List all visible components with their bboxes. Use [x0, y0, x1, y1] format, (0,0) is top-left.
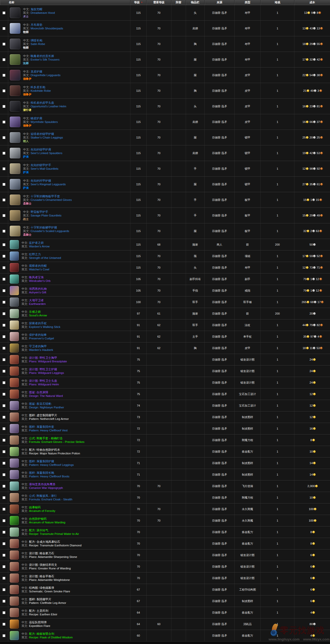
row-checkbox[interactable] — [3, 473, 5, 476]
shoulders-icon[interactable] — [9, 116, 21, 128]
row-checkbox[interactable] — [3, 611, 5, 614]
row-checkbox[interactable] — [3, 634, 5, 637]
row-checkbox[interactable] — [3, 439, 5, 442]
pants-icon[interactable] — [9, 54, 21, 65]
arcanum-icon[interactable] — [9, 516, 19, 525]
scroll-icon[interactable] — [9, 596, 19, 606]
header-required-level[interactable]: 需要等级 — [147, 0, 171, 5]
item-name-en[interactable]: Wyrmhide Spaulders — [30, 120, 58, 123]
row-checkbox[interactable] — [3, 121, 5, 123]
row-checkbox[interactable] — [3, 243, 5, 246]
item-name-cn[interactable]: 追猎者的链甲护腿 — [30, 132, 54, 135]
item-name-cn[interactable]: 配方: 土灵药剂 — [29, 609, 48, 612]
scroll-icon[interactable] — [9, 573, 19, 583]
gloves-icon[interactable] — [9, 210, 21, 221]
item-name-cn[interactable]: 配方: 源水转气 — [29, 529, 48, 532]
item-name-cn[interactable]: 绸缎长袍 — [30, 39, 42, 42]
mace-icon[interactable] — [9, 297, 19, 307]
item-name-en[interactable]: Explorer's Walking Stick — [29, 325, 60, 328]
item-name-en[interactable]: Plans: Greater Rune of Warding — [29, 567, 71, 570]
scroll-icon[interactable] — [9, 493, 19, 502]
item-name-en[interactable]: Design: The Natural Ward — [29, 394, 63, 397]
row-checkbox[interactable] — [3, 554, 5, 557]
item-name-cn[interactable]: 结构图: 绿色烟幕弹 — [29, 586, 54, 589]
item-name-en[interactable]: Recipe: Transmute Primal Water to Air — [29, 532, 79, 535]
helm-icon[interactable] — [9, 101, 21, 112]
item-name-cn[interactable]: 保护者的短棒 — [29, 333, 47, 336]
row-checkbox[interactable] — [3, 531, 5, 534]
item-name-en[interactable]: Design: Nightseye Panther — [29, 406, 64, 409]
row-checkbox[interactable] — [3, 230, 5, 233]
item-name-en[interactable]: Expedition Flare — [29, 624, 50, 627]
header-stack[interactable]: 堆栈 — [261, 0, 294, 5]
item-name-cn[interactable]: 科多皮长袍 — [30, 86, 45, 89]
row-checkbox[interactable] — [3, 462, 5, 465]
vest-icon[interactable] — [9, 343, 19, 353]
arcanum-icon[interactable] — [9, 504, 19, 514]
item-name-cn[interactable]: 图样: 厚重裂蹄外套 — [29, 425, 54, 428]
row-checkbox[interactable] — [3, 577, 5, 580]
scroll-icon[interactable] — [9, 608, 19, 617]
item-name-cn[interactable]: 图样: 裂蹄腿甲片 — [29, 598, 51, 601]
scroll-icon[interactable] — [9, 424, 19, 433]
row-checkbox[interactable] — [3, 588, 5, 591]
item-name-en[interactable]: Plans: Adamantite Weightstone — [29, 578, 70, 581]
item-name-en[interactable]: Ashyen's Gift — [29, 291, 46, 294]
item-name-cn[interactable]: 图鉴: 夜目石猎豹 — [29, 402, 51, 405]
orb-icon[interactable] — [9, 274, 19, 284]
flare-icon[interactable] — [9, 619, 19, 629]
robe-icon[interactable] — [9, 85, 21, 96]
row-checkbox[interactable] — [3, 167, 5, 170]
row-checkbox[interactable] — [3, 393, 5, 396]
item-name-en[interactable]: Mooncloth Shoulderpads — [30, 27, 63, 30]
item-name-cn[interactable]: 图鉴: 自然屏障 — [29, 391, 48, 394]
scroll-icon[interactable] — [9, 562, 19, 571]
gloves-icon[interactable] — [9, 163, 21, 174]
item-name-cn[interactable]: 配方: 精炼智慧合剂 — [29, 632, 54, 635]
item-name-en[interactable]: Crusader's Ornamented Gloves — [30, 198, 72, 201]
row-checkbox[interactable] — [3, 370, 5, 373]
robe-icon[interactable] — [9, 38, 21, 50]
item-name-en[interactable]: Opportunist's Leather Helm — [30, 105, 66, 108]
item-name-en[interactable]: Arcanum of Ferocity — [29, 509, 55, 512]
shoulders-icon[interactable] — [9, 23, 21, 34]
row-checkbox[interactable] — [3, 105, 5, 108]
item-name-en[interactable]: Recipe: Earthen Elixir — [29, 613, 57, 616]
row-checkbox[interactable] — [3, 183, 5, 186]
item-name-en[interactable]: Kodohide Robe — [30, 89, 51, 92]
item-name-en[interactable]: Evoker's Silk Trousers — [30, 58, 59, 61]
item-name-en[interactable]: Warden's Arrow — [29, 245, 49, 248]
item-name-cn[interactable]: 先知的锁甲护手 — [30, 164, 51, 167]
item-name-cn[interactable]: 监护者之箭 — [29, 241, 44, 244]
cudgel-icon[interactable] — [9, 332, 19, 341]
item-name-en[interactable]: Pattern: Heavy Clefthoof Leggings — [29, 463, 74, 466]
scroll-icon[interactable] — [9, 631, 19, 640]
row-checkbox[interactable] — [3, 27, 5, 30]
row-checkbox[interactable] — [3, 450, 5, 453]
hood-icon[interactable] — [9, 263, 19, 272]
row-checkbox[interactable] — [3, 508, 5, 511]
item-name-cn[interactable]: 图样: 虚空裂蹄腿甲片 — [29, 414, 57, 417]
row-checkbox[interactable] — [3, 427, 5, 430]
item-name-en[interactable]: Formula: Enchant Gloves - Precise Strike… — [29, 440, 84, 443]
item-name-cn[interactable]: 公式: 附魔披风 - 潜行 — [29, 494, 57, 497]
scroll-icon[interactable] — [9, 585, 19, 594]
row-checkbox[interactable] — [3, 335, 5, 338]
item-name-en[interactable]: Seer's Mail Gauntlets — [30, 167, 58, 170]
item-name-cn[interactable]: 唤风者宝珠 — [29, 276, 44, 279]
header-source[interactable]: 来源 — [205, 0, 235, 5]
item-name-en[interactable]: Pattern: Heavy Clefthoof Vest — [29, 429, 68, 432]
item-name-en[interactable]: Formula: Enchant Cloak - Stealth — [29, 498, 72, 501]
row-checkbox[interactable] — [3, 255, 5, 258]
item-name-en[interactable]: Dragonhide Legguards — [30, 74, 60, 77]
item-name-cn[interactable]: 鬼纹兜帽 — [30, 8, 42, 11]
row-checkbox[interactable] — [3, 266, 5, 269]
scroll-icon[interactable] — [9, 539, 19, 548]
header-faction[interactable]: 阵营 — [171, 0, 186, 5]
item-name-en[interactable]: Warden's Hauberk — [29, 348, 53, 351]
item-name-cn[interactable]: 狂野之力 — [29, 253, 41, 256]
item-name-cn[interactable]: 公式: 附魔手套 - 精确打击 — [29, 437, 63, 440]
row-checkbox[interactable] — [3, 347, 5, 350]
row-checkbox[interactable] — [3, 43, 5, 45]
item-name-en[interactable]: Earthwarden — [29, 302, 46, 305]
